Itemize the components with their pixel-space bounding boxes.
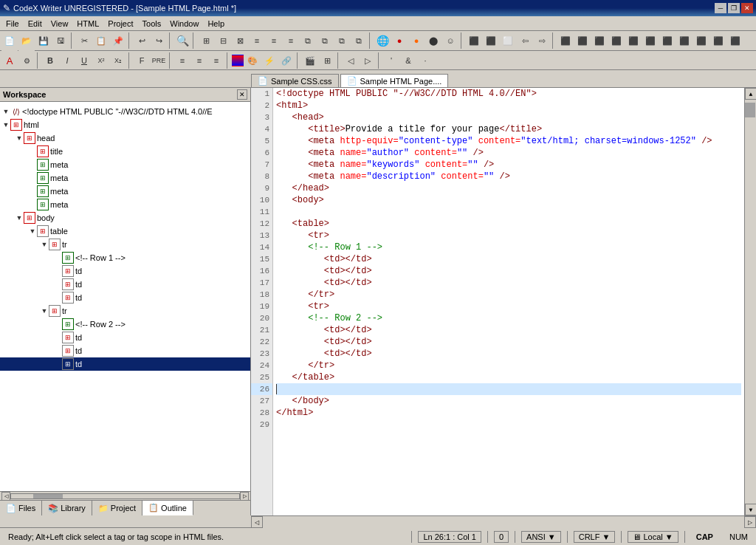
minimize-button[interactable]: ─ <box>715 3 726 13</box>
tb8[interactable]: ⧉ <box>317 32 333 49</box>
menu-html[interactable]: HTML <box>72 18 103 30</box>
tb26[interactable]: ⬛ <box>642 32 659 49</box>
tab-library[interactable]: 📚 Library <box>42 501 92 515</box>
scroll-right-btn[interactable]: ▷ <box>240 492 249 501</box>
tree-item-meta2[interactable]: ⊞ meta <box>0 171 250 185</box>
tree-item-head[interactable]: ▼ ⊞ head <box>0 131 250 145</box>
tb3[interactable]: ⊠ <box>232 32 248 49</box>
format-tb1[interactable]: A <box>1 52 18 69</box>
table-btn[interactable]: ⊞ <box>319 52 335 69</box>
tb27[interactable]: ⬛ <box>659 32 676 49</box>
save-button[interactable]: 💾 <box>35 32 52 49</box>
tb10[interactable]: ⧉ <box>351 32 367 49</box>
quote-double[interactable]: & <box>400 52 416 69</box>
tb1[interactable]: ⊞ <box>198 32 214 49</box>
tb29[interactable]: ⬛ <box>693 32 709 49</box>
tree-item-td6[interactable]: ⊞ td <box>0 357 250 371</box>
menu-tools[interactable]: Tools <box>138 18 166 30</box>
tb25[interactable]: ⬛ <box>625 32 642 49</box>
scroll-track-h-left[interactable] <box>10 493 240 499</box>
tb12[interactable]: ● <box>391 32 408 49</box>
tb7[interactable]: ⧉ <box>300 32 316 49</box>
menu-project[interactable]: Project <box>103 18 137 30</box>
tree-item-tr1[interactable]: ▼ ⊞ tr <box>0 238 250 251</box>
cut-button[interactable]: ✂ <box>76 32 92 49</box>
tb24[interactable]: ⬛ <box>608 32 625 49</box>
tb16[interactable]: ⬛ <box>466 32 482 49</box>
menu-edit[interactable]: Edit <box>24 18 47 30</box>
find-button[interactable]: 🔍 <box>174 32 190 49</box>
tb14[interactable]: ⬤ <box>425 32 441 49</box>
tree-item-td4[interactable]: ⊞ td <box>0 331 250 344</box>
scroll-up-btn[interactable]: ▲ <box>745 88 756 100</box>
quote-single[interactable]: ' <box>383 52 399 69</box>
tree-item-tr2[interactable]: ▼ ⊞ tr <box>0 304 250 318</box>
tree-item-html[interactable]: ▼ ⊞ html <box>0 118 250 131</box>
tree-item-meta1[interactable]: ⊞ meta <box>0 158 250 171</box>
tree-item-doctype[interactable]: ▼ ⟨/⟩ <!doctype HTML PUBLIC "-//W3C//DTD… <box>0 105 250 118</box>
code-content[interactable]: <!doctype HTML PUBLIC "-//W3C//DTD HTML … <box>273 88 744 515</box>
font-btn[interactable]: F <box>134 52 150 69</box>
align-right[interactable]: ≡ <box>208 52 224 69</box>
tb23[interactable]: ⬛ <box>591 32 608 49</box>
media-btn[interactable]: 🎬 <box>302 52 318 69</box>
link-btn[interactable]: 🔗 <box>278 52 295 69</box>
tree-item-td1[interactable]: ⊞ td <box>0 264 250 278</box>
tb2[interactable]: ⊟ <box>215 32 231 49</box>
undo-button[interactable]: ↩ <box>134 32 150 49</box>
tb21[interactable]: ⬛ <box>557 32 574 49</box>
tb31[interactable]: ⬛ <box>727 32 743 49</box>
tb19[interactable]: ⇦ <box>517 32 533 49</box>
tree-item-meta4[interactable]: ⊞ meta <box>0 198 250 211</box>
scroll-track-v[interactable] <box>745 100 756 504</box>
tree-item-td5[interactable]: ⊞ td <box>0 344 250 357</box>
pre-btn[interactable]: PRE <box>151 52 167 69</box>
tree-item-meta3[interactable]: ⊞ meta <box>0 185 250 198</box>
tab-css[interactable]: 📄 Sample CSS.css <box>251 74 339 87</box>
new-button[interactable]: 📄 <box>1 32 18 49</box>
tb15[interactable]: ☺ <box>442 32 458 49</box>
menu-help[interactable]: Help <box>203 18 229 30</box>
format-tb2[interactable]: ⚙ <box>18 52 35 69</box>
align-left[interactable]: ≡ <box>174 52 190 69</box>
tb11[interactable]: 🌐 <box>374 32 391 49</box>
align-center[interactable]: ≡ <box>191 52 207 69</box>
restore-button[interactable]: ❐ <box>728 3 740 13</box>
tb22[interactable]: ⬛ <box>574 32 591 49</box>
save-all-button[interactable]: 🖫 <box>52 32 69 49</box>
nav-fwd[interactable]: ▷ <box>360 52 376 69</box>
open-button[interactable]: 📂 <box>18 32 35 49</box>
menu-view[interactable]: View <box>47 18 73 30</box>
copy-button[interactable]: 📋 <box>93 32 109 49</box>
subscript-button[interactable]: X₂ <box>110 52 126 69</box>
tb20[interactable]: ⇨ <box>534 32 550 49</box>
tb5[interactable]: ≡ <box>266 32 282 49</box>
scroll-down-btn[interactable]: ▼ <box>745 504 756 515</box>
tree-item-table[interactable]: ▼ ⊞ table <box>0 224 250 238</box>
superscript-button[interactable]: X² <box>93 52 109 69</box>
tab-files[interactable]: 📄 Files <box>0 501 42 515</box>
status-line-ending[interactable]: CRLF ▼ <box>574 531 616 543</box>
tab-html[interactable]: 📄 Sample HTML Page.... <box>340 74 449 87</box>
bold-button[interactable]: B <box>42 52 58 69</box>
workspace-close-btn[interactable]: ✕ <box>237 89 247 100</box>
menu-file[interactable]: File <box>1 18 24 30</box>
tb9[interactable]: ⧉ <box>334 32 350 49</box>
scroll-track-h[interactable] <box>263 516 744 528</box>
color-btn[interactable] <box>232 55 244 66</box>
tree-item-td3[interactable]: ⊞ td <box>0 291 250 304</box>
tree-item-body[interactable]: ▼ ⊞ body <box>0 211 250 224</box>
menu-window[interactable]: Window <box>165 18 203 30</box>
tb4[interactable]: ≡ <box>249 32 265 49</box>
tree-item-row2-comment[interactable]: ⊞ <!-- Row 2 --> <box>0 318 250 331</box>
paste-button[interactable]: 📌 <box>110 32 126 49</box>
scroll-left-h[interactable]: ◁ <box>251 516 263 528</box>
tb6[interactable]: ≡ <box>283 32 299 49</box>
tree-item-td2[interactable]: ⊞ td <box>0 278 250 291</box>
scroll-left-btn[interactable]: ◁ <box>1 492 10 501</box>
tree-item-row1-comment[interactable]: ⊞ <!-- Row 1 --> <box>0 251 250 264</box>
tb30[interactable]: ⬛ <box>710 32 726 49</box>
close-button[interactable]: ✕ <box>741 3 753 13</box>
tb28[interactable]: ⬛ <box>676 32 693 49</box>
underline-button[interactable]: U <box>76 52 92 69</box>
